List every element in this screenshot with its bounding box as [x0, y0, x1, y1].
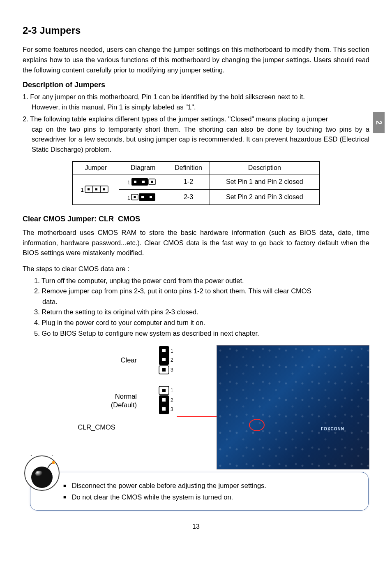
svg-rect-10 — [142, 181, 145, 183]
clr-cmos-paragraph: The motherboard uses CMOS RAM to store t… — [23, 228, 369, 258]
label-normal: Normal (Default) — [111, 392, 137, 410]
svg-text:WARNING!: WARNING! — [28, 455, 55, 457]
svg-rect-17 — [141, 196, 144, 198]
svg-text:1: 1 — [81, 187, 84, 193]
table-header-row: Jumper Diagram Definition Description — [73, 161, 320, 174]
clr-cmos-clear-icon: 1 2 3 — [157, 345, 179, 376]
step-1: 1. Turn off the computer, unplug the pow… — [34, 276, 369, 286]
warning-line-1: Disconnect the power cable before adjust… — [63, 480, 360, 491]
cell-desc-12: Set Pin 1 and Pin 2 closed — [210, 174, 319, 189]
cell-def-12: 1-2 — [167, 174, 210, 189]
cell-desc-23: Set Pin 2 and Pin 3 closed — [210, 189, 319, 204]
svg-text:1: 1 — [127, 195, 130, 201]
svg-text:1: 1 — [127, 180, 130, 186]
svg-rect-15 — [134, 196, 136, 198]
svg-rect-18 — [150, 196, 152, 198]
svg-text:1: 1 — [171, 388, 173, 393]
svg-text:1: 1 — [171, 348, 173, 354]
svg-text:2: 2 — [171, 397, 173, 403]
desc-item-1: 1. For any jumper on this motherboard, P… — [23, 92, 369, 112]
jumper-settings-table: Jumper Diagram Definition Description 1 — [72, 161, 320, 205]
th-description: Description — [210, 161, 319, 174]
svg-rect-5 — [95, 188, 97, 190]
svg-text:3: 3 — [171, 406, 173, 412]
step-2: 2. Remove jumper cap from pins 2-3, put … — [34, 286, 369, 307]
clr-cmos-diagram-block: Clear 1 2 3 Normal (Default) — [23, 345, 183, 431]
steps-intro: The steps to clear CMOS data are : — [23, 264, 369, 274]
section-title: 2-3 Jumpers — [23, 25, 369, 36]
clr-cmos-location-highlight — [249, 419, 265, 431]
svg-rect-12 — [151, 181, 153, 183]
svg-text:2: 2 — [171, 357, 173, 363]
svg-rect-6 — [103, 188, 105, 190]
svg-rect-28 — [162, 389, 166, 392]
svg-rect-31 — [162, 407, 166, 411]
step-5: 5. Go to BIOS Setup to configure new sys… — [34, 328, 369, 339]
warning-line-2: Do not clear the CMOS while the system i… — [63, 491, 360, 503]
cell-diagram-12: 1 — [119, 174, 167, 189]
svg-rect-23 — [162, 368, 166, 372]
th-diagram: Diagram — [119, 161, 167, 174]
jumper-23-closed-icon: 1 — [127, 192, 159, 202]
svg-rect-9 — [134, 181, 136, 183]
page-number: 13 — [23, 523, 369, 530]
th-jumper: Jumper — [73, 161, 119, 174]
warning-badge: WARNING! — [23, 454, 62, 493]
svg-rect-21 — [162, 358, 166, 361]
cell-diagram-23: 1 — [119, 189, 167, 204]
svg-rect-30 — [162, 398, 166, 402]
warning-box: Disconnect the power cable before adjust… — [30, 472, 369, 511]
label-clear: Clear — [121, 356, 137, 365]
jumper-12-closed-icon: 1 — [127, 177, 159, 187]
step-3: 3. Return the setting to its original wi… — [34, 307, 369, 318]
clr-cmos-normal-icon: 1 2 3 — [157, 386, 179, 416]
label-clr-cmos-signal: CLR_CMOS — [78, 423, 115, 431]
description-heading: Description of Jumpers — [23, 81, 369, 89]
chapter-tab: 2 — [373, 112, 385, 133]
svg-rect-4 — [88, 188, 90, 190]
svg-rect-20 — [162, 349, 166, 352]
motherboard-image: FOXCONN — [217, 345, 369, 469]
jumper-3pin-icon: 1 — [80, 184, 111, 194]
svg-rect-29 — [159, 395, 169, 414]
step-4: 4. Plug in the power cord to your comput… — [34, 318, 369, 328]
clr-cmos-heading: Clear CMOS Jumper: CLR_CMOS — [23, 215, 369, 223]
table-row: 1 1 1-2 S — [73, 174, 320, 189]
mobo-brand-label: FOXCONN — [321, 427, 344, 431]
cell-jumper-icon: 1 — [73, 174, 119, 204]
svg-rect-19 — [159, 346, 169, 365]
cell-def-23: 2-3 — [167, 189, 210, 204]
intro-paragraph: For some features needed, users can chan… — [23, 44, 369, 75]
svg-text:3: 3 — [171, 367, 173, 373]
desc-item-2: 2. The following table explains differen… — [23, 114, 369, 155]
th-definition: Definition — [167, 161, 210, 174]
bomb-icon — [31, 467, 53, 488]
